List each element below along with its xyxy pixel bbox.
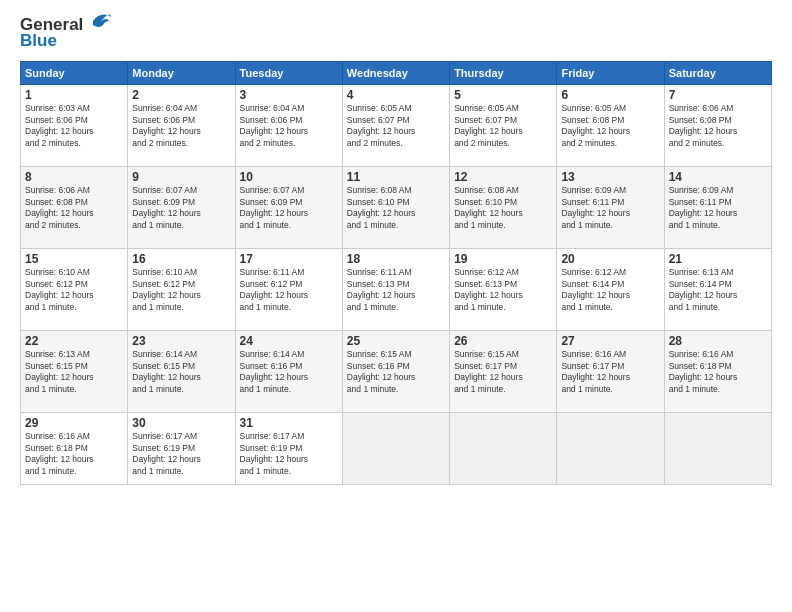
day-number: 23 <box>132 334 230 348</box>
day-info: Sunrise: 6:07 AM Sunset: 6:09 PM Dayligh… <box>240 185 338 233</box>
day-info: Sunrise: 6:04 AM Sunset: 6:06 PM Dayligh… <box>240 103 338 151</box>
day-info: Sunrise: 6:11 AM Sunset: 6:13 PM Dayligh… <box>347 267 445 315</box>
weekday-header: Friday <box>557 61 664 84</box>
day-info: Sunrise: 6:10 AM Sunset: 6:12 PM Dayligh… <box>25 267 123 315</box>
calendar-cell <box>664 412 771 484</box>
day-info: Sunrise: 6:13 AM Sunset: 6:14 PM Dayligh… <box>669 267 767 315</box>
day-info: Sunrise: 6:15 AM Sunset: 6:16 PM Dayligh… <box>347 349 445 397</box>
calendar-cell: 14Sunrise: 6:09 AM Sunset: 6:11 PM Dayli… <box>664 166 771 248</box>
day-info: Sunrise: 6:13 AM Sunset: 6:15 PM Dayligh… <box>25 349 123 397</box>
day-info: Sunrise: 6:17 AM Sunset: 6:19 PM Dayligh… <box>132 431 230 479</box>
day-number: 29 <box>25 416 123 430</box>
weekday-header: Sunday <box>21 61 128 84</box>
calendar-cell: 28Sunrise: 6:16 AM Sunset: 6:18 PM Dayli… <box>664 330 771 412</box>
calendar-cell: 29Sunrise: 6:16 AM Sunset: 6:18 PM Dayli… <box>21 412 128 484</box>
day-info: Sunrise: 6:09 AM Sunset: 6:11 PM Dayligh… <box>561 185 659 233</box>
calendar-cell: 30Sunrise: 6:17 AM Sunset: 6:19 PM Dayli… <box>128 412 235 484</box>
day-number: 9 <box>132 170 230 184</box>
day-info: Sunrise: 6:11 AM Sunset: 6:12 PM Dayligh… <box>240 267 338 315</box>
weekday-header: Tuesday <box>235 61 342 84</box>
day-number: 28 <box>669 334 767 348</box>
calendar-cell: 17Sunrise: 6:11 AM Sunset: 6:12 PM Dayli… <box>235 248 342 330</box>
day-info: Sunrise: 6:05 AM Sunset: 6:07 PM Dayligh… <box>454 103 552 151</box>
day-number: 25 <box>347 334 445 348</box>
calendar-cell: 19Sunrise: 6:12 AM Sunset: 6:13 PM Dayli… <box>450 248 557 330</box>
day-number: 31 <box>240 416 338 430</box>
calendar-cell: 23Sunrise: 6:14 AM Sunset: 6:15 PM Dayli… <box>128 330 235 412</box>
calendar-cell: 13Sunrise: 6:09 AM Sunset: 6:11 PM Dayli… <box>557 166 664 248</box>
day-number: 6 <box>561 88 659 102</box>
day-info: Sunrise: 6:16 AM Sunset: 6:17 PM Dayligh… <box>561 349 659 397</box>
weekday-header: Saturday <box>664 61 771 84</box>
calendar-cell: 24Sunrise: 6:14 AM Sunset: 6:16 PM Dayli… <box>235 330 342 412</box>
calendar-cell: 2Sunrise: 6:04 AM Sunset: 6:06 PM Daylig… <box>128 84 235 166</box>
calendar-cell: 8Sunrise: 6:06 AM Sunset: 6:08 PM Daylig… <box>21 166 128 248</box>
day-number: 1 <box>25 88 123 102</box>
calendar-cell <box>450 412 557 484</box>
day-number: 21 <box>669 252 767 266</box>
calendar-cell: 25Sunrise: 6:15 AM Sunset: 6:16 PM Dayli… <box>342 330 449 412</box>
day-info: Sunrise: 6:03 AM Sunset: 6:06 PM Dayligh… <box>25 103 123 151</box>
day-info: Sunrise: 6:07 AM Sunset: 6:09 PM Dayligh… <box>132 185 230 233</box>
calendar-table: SundayMondayTuesdayWednesdayThursdayFrid… <box>20 61 772 485</box>
day-number: 10 <box>240 170 338 184</box>
calendar-cell: 27Sunrise: 6:16 AM Sunset: 6:17 PM Dayli… <box>557 330 664 412</box>
day-number: 18 <box>347 252 445 266</box>
calendar-cell: 10Sunrise: 6:07 AM Sunset: 6:09 PM Dayli… <box>235 166 342 248</box>
calendar-cell: 15Sunrise: 6:10 AM Sunset: 6:12 PM Dayli… <box>21 248 128 330</box>
calendar-cell: 1Sunrise: 6:03 AM Sunset: 6:06 PM Daylig… <box>21 84 128 166</box>
day-number: 16 <box>132 252 230 266</box>
day-number: 26 <box>454 334 552 348</box>
page: General Blue SundayMondayTuesdayWednesda… <box>0 0 792 612</box>
day-info: Sunrise: 6:09 AM Sunset: 6:11 PM Dayligh… <box>669 185 767 233</box>
calendar-cell: 21Sunrise: 6:13 AM Sunset: 6:14 PM Dayli… <box>664 248 771 330</box>
day-info: Sunrise: 6:10 AM Sunset: 6:12 PM Dayligh… <box>132 267 230 315</box>
day-number: 24 <box>240 334 338 348</box>
calendar-cell <box>557 412 664 484</box>
day-info: Sunrise: 6:12 AM Sunset: 6:14 PM Dayligh… <box>561 267 659 315</box>
day-info: Sunrise: 6:08 AM Sunset: 6:10 PM Dayligh… <box>454 185 552 233</box>
day-info: Sunrise: 6:06 AM Sunset: 6:08 PM Dayligh… <box>25 185 123 233</box>
day-number: 3 <box>240 88 338 102</box>
calendar-cell: 26Sunrise: 6:15 AM Sunset: 6:17 PM Dayli… <box>450 330 557 412</box>
calendar-cell: 31Sunrise: 6:17 AM Sunset: 6:19 PM Dayli… <box>235 412 342 484</box>
weekday-header: Monday <box>128 61 235 84</box>
calendar-cell: 4Sunrise: 6:05 AM Sunset: 6:07 PM Daylig… <box>342 84 449 166</box>
calendar-cell: 9Sunrise: 6:07 AM Sunset: 6:09 PM Daylig… <box>128 166 235 248</box>
calendar-cell: 7Sunrise: 6:06 AM Sunset: 6:08 PM Daylig… <box>664 84 771 166</box>
day-number: 8 <box>25 170 123 184</box>
day-info: Sunrise: 6:14 AM Sunset: 6:16 PM Dayligh… <box>240 349 338 397</box>
day-number: 19 <box>454 252 552 266</box>
day-info: Sunrise: 6:15 AM Sunset: 6:17 PM Dayligh… <box>454 349 552 397</box>
header: General Blue <box>20 16 772 51</box>
calendar-cell: 22Sunrise: 6:13 AM Sunset: 6:15 PM Dayli… <box>21 330 128 412</box>
calendar-cell <box>342 412 449 484</box>
day-number: 22 <box>25 334 123 348</box>
day-info: Sunrise: 6:05 AM Sunset: 6:08 PM Dayligh… <box>561 103 659 151</box>
calendar-cell: 3Sunrise: 6:04 AM Sunset: 6:06 PM Daylig… <box>235 84 342 166</box>
day-info: Sunrise: 6:17 AM Sunset: 6:19 PM Dayligh… <box>240 431 338 479</box>
day-number: 11 <box>347 170 445 184</box>
day-info: Sunrise: 6:12 AM Sunset: 6:13 PM Dayligh… <box>454 267 552 315</box>
day-info: Sunrise: 6:04 AM Sunset: 6:06 PM Dayligh… <box>132 103 230 151</box>
weekday-header: Wednesday <box>342 61 449 84</box>
day-info: Sunrise: 6:06 AM Sunset: 6:08 PM Dayligh… <box>669 103 767 151</box>
logo-bird-icon <box>85 11 111 33</box>
weekday-header: Thursday <box>450 61 557 84</box>
day-number: 13 <box>561 170 659 184</box>
day-info: Sunrise: 6:05 AM Sunset: 6:07 PM Dayligh… <box>347 103 445 151</box>
calendar-cell: 12Sunrise: 6:08 AM Sunset: 6:10 PM Dayli… <box>450 166 557 248</box>
day-info: Sunrise: 6:16 AM Sunset: 6:18 PM Dayligh… <box>669 349 767 397</box>
day-number: 4 <box>347 88 445 102</box>
calendar-cell: 5Sunrise: 6:05 AM Sunset: 6:07 PM Daylig… <box>450 84 557 166</box>
day-info: Sunrise: 6:14 AM Sunset: 6:15 PM Dayligh… <box>132 349 230 397</box>
day-number: 30 <box>132 416 230 430</box>
calendar-cell: 11Sunrise: 6:08 AM Sunset: 6:10 PM Dayli… <box>342 166 449 248</box>
day-number: 5 <box>454 88 552 102</box>
logo: General Blue <box>20 16 111 51</box>
day-info: Sunrise: 6:16 AM Sunset: 6:18 PM Dayligh… <box>25 431 123 479</box>
day-info: Sunrise: 6:08 AM Sunset: 6:10 PM Dayligh… <box>347 185 445 233</box>
day-number: 7 <box>669 88 767 102</box>
day-number: 27 <box>561 334 659 348</box>
day-number: 20 <box>561 252 659 266</box>
